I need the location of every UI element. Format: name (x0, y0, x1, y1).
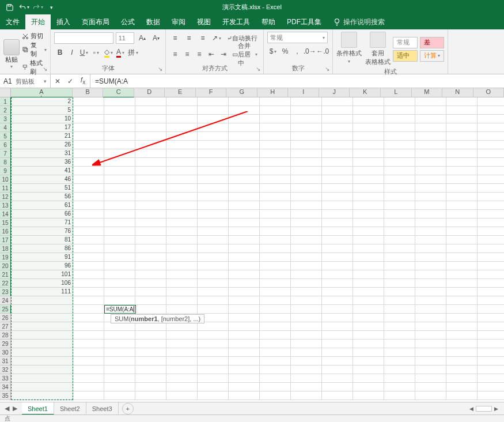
cell-O23[interactable] (478, 288, 504, 296)
cell-I31[interactable] (291, 357, 322, 366)
row-header-17[interactable]: 17 (0, 236, 11, 244)
cell-B23[interactable] (73, 288, 104, 296)
cell-H34[interactable] (260, 383, 291, 391)
cell-L13[interactable] (384, 201, 415, 210)
cell-L35[interactable] (384, 391, 415, 400)
cell-G22[interactable] (229, 279, 260, 288)
cell-N11[interactable] (446, 184, 478, 193)
cell-C23[interactable] (104, 288, 135, 296)
table-format-button[interactable]: 套用 表格格式 (365, 32, 391, 66)
font-launcher-icon[interactable]: ↘ (156, 65, 164, 73)
cell-N18[interactable] (446, 244, 478, 253)
cell-I30[interactable] (291, 348, 322, 357)
cell-N23[interactable] (446, 288, 478, 296)
accounting-format-button[interactable]: $ (267, 46, 279, 57)
bold-button[interactable]: B (54, 47, 66, 58)
cell-C33[interactable] (104, 374, 135, 383)
cell-I22[interactable] (291, 279, 322, 288)
cell-M13[interactable] (415, 201, 446, 210)
cell-J14[interactable] (322, 210, 353, 218)
cell-M30[interactable] (415, 348, 446, 357)
cell-D25[interactable] (135, 305, 166, 314)
cell-F14[interactable] (198, 210, 229, 218)
cell-F28[interactable] (198, 331, 229, 340)
cell-G17[interactable] (229, 236, 260, 244)
row-header-2[interactable]: 2 (0, 106, 11, 115)
cell-L27[interactable] (384, 322, 415, 331)
cell-D5[interactable] (135, 132, 166, 141)
cell-E7[interactable] (166, 149, 198, 158)
cell-O34[interactable] (478, 383, 504, 391)
cell-K16[interactable] (353, 227, 384, 236)
cell-O29[interactable] (478, 340, 504, 348)
cell-O10[interactable] (478, 175, 504, 184)
cell-L18[interactable] (384, 244, 415, 253)
font-color-button[interactable]: A (115, 47, 126, 58)
cell-M11[interactable] (415, 184, 446, 193)
cell-F34[interactable] (198, 383, 229, 391)
cell-M4[interactable] (415, 123, 446, 132)
tab-视图[interactable]: 视图 (191, 14, 217, 29)
cell-D33[interactable] (135, 374, 166, 383)
cell-B17[interactable] (73, 236, 104, 244)
cell-A33[interactable] (11, 374, 73, 383)
cell-H14[interactable] (260, 210, 291, 218)
cell-C4[interactable] (104, 123, 135, 132)
cell-M26[interactable] (415, 314, 446, 322)
cell-N25[interactable] (446, 305, 478, 314)
indent-dec-button[interactable]: ⇤ (206, 48, 217, 60)
cell-M23[interactable] (415, 288, 446, 296)
cell-E18[interactable] (166, 244, 198, 253)
cell-F21[interactable] (198, 270, 229, 279)
cell-K17[interactable] (353, 236, 384, 244)
cancel-formula-button[interactable]: ✕ (53, 77, 62, 85)
row-header-33[interactable]: 33 (0, 374, 11, 383)
cell-I28[interactable] (291, 331, 322, 340)
cell-M28[interactable] (415, 331, 446, 340)
cell-I32[interactable] (291, 366, 322, 374)
cell-B33[interactable] (73, 374, 104, 383)
cell-N7[interactable] (446, 149, 478, 158)
cell-G31[interactable] (229, 357, 260, 366)
cell-B4[interactable] (73, 123, 104, 132)
cell-D11[interactable] (135, 184, 166, 193)
cell-C18[interactable] (104, 244, 135, 253)
cell-J23[interactable] (322, 288, 353, 296)
cell-H35[interactable] (260, 391, 291, 400)
cell-G34[interactable] (229, 383, 260, 391)
cell-M10[interactable] (415, 175, 446, 184)
cell-F15[interactable] (198, 218, 229, 227)
cell-D13[interactable] (135, 201, 166, 210)
decimal-inc-button[interactable]: .0→ (304, 46, 316, 57)
cell-H15[interactable] (260, 218, 291, 227)
row-header-26[interactable]: 26 (0, 314, 11, 322)
cell-L10[interactable] (384, 175, 415, 184)
cell-G15[interactable] (229, 218, 260, 227)
cell-M6[interactable] (415, 141, 446, 149)
cell-J31[interactable] (322, 357, 353, 366)
align-middle-button[interactable]: ≡ (183, 32, 195, 44)
cell-O20[interactable] (478, 262, 504, 270)
row-header-32[interactable]: 32 (0, 366, 11, 374)
cell-G21[interactable] (229, 270, 260, 279)
cell-J9[interactable] (322, 167, 353, 175)
cell-G11[interactable] (229, 184, 260, 193)
cell-I12[interactable] (291, 193, 322, 201)
cell-M21[interactable] (415, 270, 446, 279)
cell-N35[interactable] (446, 391, 478, 400)
col-header-N[interactable]: N (442, 88, 473, 97)
cell-M3[interactable] (415, 115, 446, 123)
cell-A20[interactable]: 96 (11, 262, 73, 270)
redo-icon[interactable]: ▾ (31, 2, 44, 13)
col-header-L[interactable]: L (381, 88, 412, 97)
cell-A9[interactable]: 41 (11, 167, 73, 175)
cell-H20[interactable] (260, 262, 291, 270)
cell-J33[interactable] (322, 374, 353, 383)
cell-D31[interactable] (135, 357, 166, 366)
cell-J17[interactable] (322, 236, 353, 244)
cell-N31[interactable] (446, 357, 478, 366)
cell-N34[interactable] (446, 383, 478, 391)
cell-M16[interactable] (415, 227, 446, 236)
cell-E4[interactable] (166, 123, 198, 132)
row-header-20[interactable]: 20 (0, 262, 11, 270)
